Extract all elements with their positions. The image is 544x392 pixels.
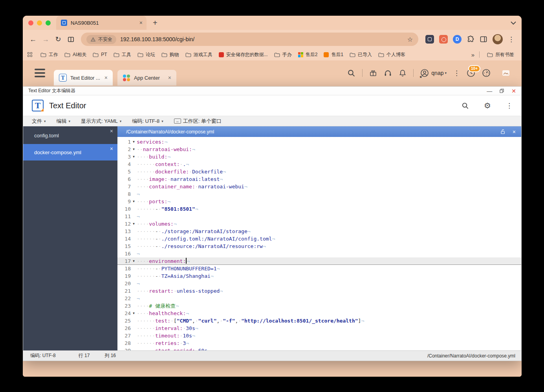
- bookmark-item[interactable]: 工具: [111, 50, 134, 59]
- search-icon[interactable]: [347, 69, 355, 77]
- menu-item-1[interactable]: 文件▾: [32, 118, 46, 125]
- menu-item-4[interactable]: 编码: UTF-8▾: [132, 118, 163, 125]
- bookmark-item[interactable]: 游戏工具: [183, 50, 215, 59]
- code-line-11[interactable]: 11¬: [117, 213, 521, 220]
- fold-arrow-icon[interactable]: ▾: [131, 198, 137, 205]
- wallpaper-icon[interactable]: [501, 69, 511, 77]
- code-line-19[interactable]: 19······-·TZ=Asia/Shanghai¬: [117, 272, 521, 280]
- more-options-icon[interactable]: ⋮: [453, 69, 460, 77]
- restore-icon[interactable]: [500, 89, 504, 93]
- close-file-icon[interactable]: ×: [513, 129, 516, 135]
- fold-arrow-icon[interactable]: ▾: [131, 138, 137, 146]
- code-line-4[interactable]: 4······context:·.¬: [117, 160, 521, 168]
- code-line-6[interactable]: 6····image:·narratoai:latest¬: [117, 175, 521, 183]
- code-line-26[interactable]: 26······interval:·30s¬: [117, 325, 521, 332]
- browser-menu-icon[interactable]: ⋮: [508, 35, 515, 44]
- code-line-24[interactable]: 24▾····healthcheck:¬: [117, 310, 521, 317]
- close-tab-icon[interactable]: ×: [104, 75, 108, 81]
- close-icon[interactable]: ✕: [511, 88, 516, 94]
- split-view-icon[interactable]: [64, 33, 77, 46]
- bookmarks-overflow-icon[interactable]: »: [471, 51, 474, 58]
- tab-search-button[interactable]: [511, 21, 516, 25]
- close-tab-icon[interactable]: ×: [168, 75, 171, 81]
- extension-icon-orange[interactable]: [439, 35, 448, 44]
- bookmark-item[interactable]: 手办: [271, 50, 295, 59]
- code-lines[interactable]: 1▾services:¬2▾··narratoai-webui:¬3▾····b…: [117, 137, 521, 350]
- code-line-14[interactable]: 14······-·./config.toml:/NarratoAI/confi…: [117, 235, 521, 242]
- close-icon[interactable]: ×: [110, 128, 113, 134]
- code-line-9[interactable]: 9▾····ports:¬: [117, 198, 521, 205]
- zoom-window-button[interactable]: [46, 20, 51, 26]
- bookmark-item[interactable]: 个人博客: [375, 50, 408, 59]
- code-line-12[interactable]: 12▾····volumes:¬: [117, 220, 521, 228]
- open-file-tab[interactable]: /Container/NarratoAI/docker-compose.yml …: [117, 126, 521, 137]
- extension-icon-blue[interactable]: D: [453, 35, 462, 44]
- editor-menu-icon[interactable]: ⋮: [506, 102, 513, 110]
- bookmark-item[interactable]: 售后1: [321, 50, 346, 59]
- code-line-17[interactable]: 17▾····environment:¬: [117, 257, 521, 265]
- bookmark-item[interactable]: 购物: [159, 50, 182, 59]
- code-line-5[interactable]: 5······dockerfile:·Dockerfile¬: [117, 168, 521, 175]
- code-line-10[interactable]: 10······-·"8501:8501"¬: [117, 205, 521, 213]
- background-tasks-button[interactable]: 10+: [467, 69, 475, 77]
- side-panel-icon[interactable]: [480, 35, 487, 43]
- code-line-13[interactable]: 13······-·./storage:/NarratoAI/storage¬: [117, 228, 521, 235]
- sidebar-file-config.toml[interactable]: config.toml×: [23, 126, 117, 144]
- bookmark-item[interactable]: 工作: [38, 50, 61, 59]
- code-line-29[interactable]: 29······start_period:·60s: [117, 347, 521, 350]
- gear-icon[interactable]: ⚙: [484, 102, 491, 109]
- user-menu[interactable]: ★ qnap ▾: [420, 69, 447, 77]
- close-icon[interactable]: ×: [110, 146, 113, 152]
- bookmark-item[interactable]: 售后2: [295, 50, 321, 59]
- browser-tab[interactable]: NAS90B051 ×: [56, 16, 147, 30]
- new-tab-button[interactable]: +: [153, 18, 158, 27]
- apps-grid-icon[interactable]: [27, 52, 32, 57]
- code-line-8[interactable]: 8¬: [117, 190, 521, 198]
- all-bookmarks-button[interactable]: 所有书签: [484, 50, 517, 59]
- fold-arrow-icon[interactable]: ▾: [131, 153, 137, 160]
- code-line-7[interactable]: 7····container_name:·narratoai-webui¬: [117, 183, 521, 190]
- unlock-icon[interactable]: [500, 129, 506, 135]
- bookmark-star-icon[interactable]: ☆: [407, 36, 413, 43]
- code-line-20[interactable]: 20¬: [117, 280, 521, 287]
- bookmark-item[interactable]: 已导入: [347, 50, 375, 59]
- main-menu-icon[interactable]: [35, 69, 45, 77]
- code-line-16[interactable]: 16¬: [117, 250, 521, 257]
- bookmark-item[interactable]: AI相关: [62, 50, 89, 59]
- fold-arrow-icon[interactable]: ▾: [131, 257, 137, 265]
- fold-arrow-icon[interactable]: ▾: [131, 220, 137, 228]
- address-bar[interactable]: 不安全 192.168.100.138:5000/cgi-bin/ ☆: [81, 33, 418, 46]
- code-line-15[interactable]: 15······-·./resource:/NarratoAI/resource…: [117, 242, 521, 250]
- back-button[interactable]: ←: [27, 33, 39, 46]
- code-line-21[interactable]: 21····restart:·unless-stopped¬: [117, 287, 521, 295]
- reload-button[interactable]: ↻: [52, 33, 64, 46]
- qnap-tab-app-center[interactable]: App Center×: [117, 70, 176, 86]
- bookmark-item[interactable]: PT: [90, 51, 110, 58]
- code-line-23[interactable]: 23····# 健康检查¬: [117, 302, 521, 310]
- bookmark-item[interactable]: 论坛: [135, 50, 158, 59]
- whats-new-gift-icon[interactable]: [369, 69, 377, 77]
- code-line-3[interactable]: 3▾····build:¬: [117, 153, 521, 160]
- menu-item-5[interactable]: ↔工作区: 单个窗口: [174, 118, 222, 125]
- profile-avatar[interactable]: [493, 34, 503, 44]
- sidebar-file-docker-compose.yml[interactable]: docker-compose.yml×: [23, 144, 117, 160]
- close-tab-icon[interactable]: ×: [139, 20, 143, 26]
- forward-button[interactable]: →: [39, 33, 52, 46]
- extension-icon-dark[interactable]: [425, 35, 434, 44]
- bell-icon[interactable]: [399, 69, 407, 77]
- code-line-22[interactable]: 22¬: [117, 295, 521, 302]
- bookmark-item[interactable]: 安全储存您的数据...: [216, 50, 271, 59]
- support-headset-icon[interactable]: [384, 69, 392, 77]
- fold-arrow-icon[interactable]: ▾: [131, 146, 137, 153]
- code-line-28[interactable]: 28······retries:·3¬: [117, 339, 521, 347]
- dashboard-icon[interactable]: [482, 69, 491, 77]
- close-window-button[interactable]: [28, 20, 33, 26]
- qnap-tab-text-editor[interactable]: TText Editor ...×: [54, 70, 113, 86]
- extensions-puzzle-icon[interactable]: [467, 35, 474, 43]
- url-text[interactable]: 192.168.100.138:5000/cgi-bin/: [120, 36, 403, 42]
- code-line-25[interactable]: 25······test:·["CMD",·"curl",·"-f",·"htt…: [117, 317, 521, 325]
- search-icon[interactable]: [462, 102, 469, 109]
- minimize-window-button[interactable]: [37, 20, 42, 26]
- editor-window-titlebar[interactable]: Text Editor 文本编辑器 — ✕: [23, 87, 521, 95]
- code-line-2[interactable]: 2▾··narratoai-webui:¬: [117, 146, 521, 153]
